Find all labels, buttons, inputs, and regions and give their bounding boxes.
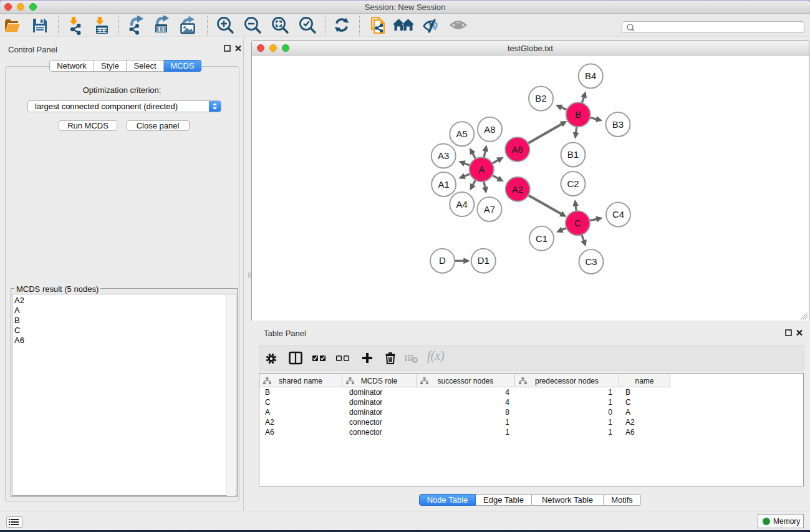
svg-text:C: C (574, 218, 581, 228)
svg-text:D: D (439, 255, 446, 266)
svg-text:B3: B3 (612, 119, 624, 130)
svg-text:B1: B1 (567, 149, 579, 160)
svg-text:A5: A5 (456, 128, 468, 139)
svg-text:A6: A6 (512, 144, 523, 155)
svg-text:D1: D1 (478, 255, 489, 266)
svg-text:A2: A2 (512, 184, 523, 195)
svg-text:A4: A4 (456, 199, 468, 210)
svg-text:C3: C3 (585, 256, 597, 267)
svg-text:C4: C4 (612, 209, 624, 220)
svg-text:C2: C2 (567, 178, 579, 189)
svg-text:A1: A1 (438, 179, 449, 190)
svg-text:B2: B2 (535, 93, 546, 104)
svg-text:A8: A8 (484, 124, 495, 135)
svg-text:A7: A7 (484, 204, 495, 215)
svg-text:B4: B4 (585, 70, 596, 81)
svg-text:A3: A3 (438, 150, 449, 161)
svg-text:A: A (478, 164, 485, 175)
svg-text:B: B (575, 109, 581, 120)
svg-text:C1: C1 (536, 233, 547, 244)
